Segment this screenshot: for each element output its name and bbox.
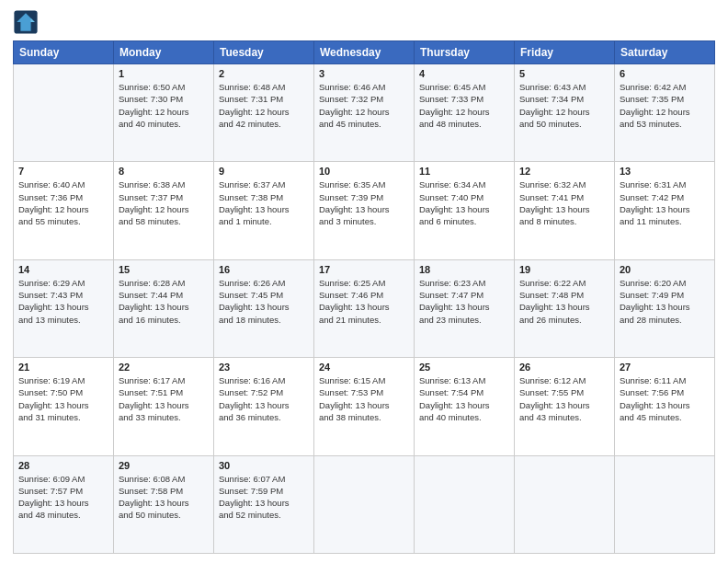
week-row-4: 21Sunrise: 6:19 AM Sunset: 7:50 PM Dayli…: [14, 358, 715, 455]
header-cell-wednesday: Wednesday: [314, 41, 415, 64]
header-cell-tuesday: Tuesday: [214, 41, 314, 64]
day-info: Sunrise: 6:45 AM Sunset: 7:33 PM Dayligh…: [419, 81, 509, 130]
week-row-3: 14Sunrise: 6:29 AM Sunset: 7:43 PM Dayli…: [14, 259, 715, 357]
day-info: Sunrise: 6:20 AM Sunset: 7:49 PM Dayligh…: [620, 277, 710, 326]
day-cell: 23Sunrise: 6:16 AM Sunset: 7:52 PM Dayli…: [214, 358, 314, 455]
day-cell: 7Sunrise: 6:40 AM Sunset: 7:36 PM Daylig…: [14, 162, 114, 259]
calendar-header: SundayMondayTuesdayWednesdayThursdayFrid…: [14, 41, 715, 64]
day-info: Sunrise: 6:17 AM Sunset: 7:51 PM Dayligh…: [119, 374, 209, 423]
day-info: Sunrise: 6:29 AM Sunset: 7:43 PM Dayligh…: [18, 277, 108, 326]
day-number: 30: [219, 460, 309, 471]
calendar-body: 1Sunrise: 6:50 AM Sunset: 7:30 PM Daylig…: [14, 64, 715, 554]
day-info: Sunrise: 6:07 AM Sunset: 7:59 PM Dayligh…: [219, 473, 309, 522]
day-cell: [314, 455, 415, 553]
day-info: Sunrise: 6:43 AM Sunset: 7:34 PM Dayligh…: [519, 81, 609, 130]
day-info: Sunrise: 6:22 AM Sunset: 7:48 PM Dayligh…: [519, 277, 609, 326]
header: [13, 9, 715, 35]
day-info: Sunrise: 6:13 AM Sunset: 7:54 PM Dayligh…: [419, 374, 509, 423]
day-cell: 21Sunrise: 6:19 AM Sunset: 7:50 PM Dayli…: [14, 358, 114, 455]
day-cell: 26Sunrise: 6:12 AM Sunset: 7:55 PM Dayli…: [515, 358, 615, 455]
day-cell: [415, 455, 515, 553]
day-cell: [515, 455, 615, 553]
day-info: Sunrise: 6:40 AM Sunset: 7:36 PM Dayligh…: [18, 178, 108, 227]
day-cell: 12Sunrise: 6:32 AM Sunset: 7:41 PM Dayli…: [515, 162, 615, 259]
day-cell: 10Sunrise: 6:35 AM Sunset: 7:39 PM Dayli…: [314, 162, 415, 259]
day-number: 24: [319, 362, 409, 373]
day-cell: 6Sunrise: 6:42 AM Sunset: 7:35 PM Daylig…: [615, 64, 715, 162]
week-row-2: 7Sunrise: 6:40 AM Sunset: 7:36 PM Daylig…: [14, 162, 715, 259]
day-cell: 27Sunrise: 6:11 AM Sunset: 7:56 PM Dayli…: [615, 358, 715, 455]
day-cell: 15Sunrise: 6:28 AM Sunset: 7:44 PM Dayli…: [114, 259, 214, 357]
day-number: 10: [319, 166, 409, 177]
day-cell: 28Sunrise: 6:09 AM Sunset: 7:57 PM Dayli…: [14, 455, 114, 553]
header-row: SundayMondayTuesdayWednesdayThursdayFrid…: [14, 41, 715, 64]
day-cell: 16Sunrise: 6:26 AM Sunset: 7:45 PM Dayli…: [214, 259, 314, 357]
day-number: 29: [119, 460, 209, 471]
day-number: 14: [18, 264, 108, 275]
day-number: 17: [319, 264, 409, 275]
day-cell: 5Sunrise: 6:43 AM Sunset: 7:34 PM Daylig…: [515, 64, 615, 162]
day-number: 22: [119, 362, 209, 373]
day-cell: 11Sunrise: 6:34 AM Sunset: 7:40 PM Dayli…: [415, 162, 515, 259]
day-cell: 14Sunrise: 6:29 AM Sunset: 7:43 PM Dayli…: [14, 259, 114, 357]
day-number: 18: [419, 264, 509, 275]
day-number: 25: [419, 362, 509, 373]
day-number: 8: [119, 166, 209, 177]
day-info: Sunrise: 6:38 AM Sunset: 7:37 PM Dayligh…: [119, 178, 209, 227]
day-number: 7: [18, 166, 108, 177]
day-number: 1: [119, 68, 209, 79]
day-number: 16: [219, 264, 309, 275]
week-row-5: 28Sunrise: 6:09 AM Sunset: 7:57 PM Dayli…: [14, 455, 715, 553]
logo-icon: [13, 9, 39, 35]
header-cell-sunday: Sunday: [14, 41, 114, 64]
day-number: 9: [219, 166, 309, 177]
day-number: 12: [519, 166, 609, 177]
day-cell: 22Sunrise: 6:17 AM Sunset: 7:51 PM Dayli…: [114, 358, 214, 455]
day-info: Sunrise: 6:48 AM Sunset: 7:31 PM Dayligh…: [219, 81, 309, 130]
day-number: 2: [219, 68, 309, 79]
day-cell: 1Sunrise: 6:50 AM Sunset: 7:30 PM Daylig…: [114, 64, 214, 162]
day-info: Sunrise: 6:11 AM Sunset: 7:56 PM Dayligh…: [620, 374, 710, 423]
day-number: 11: [419, 166, 509, 177]
day-number: 5: [519, 68, 609, 79]
day-info: Sunrise: 6:25 AM Sunset: 7:46 PM Dayligh…: [319, 277, 409, 326]
day-info: Sunrise: 6:31 AM Sunset: 7:42 PM Dayligh…: [620, 178, 710, 227]
day-info: Sunrise: 6:15 AM Sunset: 7:53 PM Dayligh…: [319, 374, 409, 423]
page: SundayMondayTuesdayWednesdayThursdayFrid…: [0, 0, 728, 563]
day-cell: 18Sunrise: 6:23 AM Sunset: 7:47 PM Dayli…: [415, 259, 515, 357]
logo: [13, 9, 40, 35]
day-info: Sunrise: 6:08 AM Sunset: 7:58 PM Dayligh…: [119, 473, 209, 522]
day-number: 15: [119, 264, 209, 275]
day-cell: [14, 64, 114, 162]
header-cell-thursday: Thursday: [415, 41, 515, 64]
day-info: Sunrise: 6:23 AM Sunset: 7:47 PM Dayligh…: [419, 277, 509, 326]
day-cell: [615, 455, 715, 553]
day-number: 23: [219, 362, 309, 373]
day-cell: 20Sunrise: 6:20 AM Sunset: 7:49 PM Dayli…: [615, 259, 715, 357]
day-cell: 24Sunrise: 6:15 AM Sunset: 7:53 PM Dayli…: [314, 358, 415, 455]
day-number: 21: [18, 362, 108, 373]
week-row-1: 1Sunrise: 6:50 AM Sunset: 7:30 PM Daylig…: [14, 64, 715, 162]
day-cell: 4Sunrise: 6:45 AM Sunset: 7:33 PM Daylig…: [415, 64, 515, 162]
day-cell: 30Sunrise: 6:07 AM Sunset: 7:59 PM Dayli…: [214, 455, 314, 553]
day-cell: 8Sunrise: 6:38 AM Sunset: 7:37 PM Daylig…: [114, 162, 214, 259]
day-info: Sunrise: 6:34 AM Sunset: 7:40 PM Dayligh…: [419, 178, 509, 227]
header-cell-friday: Friday: [515, 41, 615, 64]
day-cell: 13Sunrise: 6:31 AM Sunset: 7:42 PM Dayli…: [615, 162, 715, 259]
day-info: Sunrise: 6:09 AM Sunset: 7:57 PM Dayligh…: [18, 473, 108, 522]
day-info: Sunrise: 6:37 AM Sunset: 7:38 PM Dayligh…: [219, 178, 309, 227]
day-info: Sunrise: 6:19 AM Sunset: 7:50 PM Dayligh…: [18, 374, 108, 423]
day-info: Sunrise: 6:32 AM Sunset: 7:41 PM Dayligh…: [519, 178, 609, 227]
day-info: Sunrise: 6:46 AM Sunset: 7:32 PM Dayligh…: [319, 81, 409, 130]
day-info: Sunrise: 6:42 AM Sunset: 7:35 PM Dayligh…: [620, 81, 710, 130]
day-number: 28: [18, 460, 108, 471]
day-info: Sunrise: 6:16 AM Sunset: 7:52 PM Dayligh…: [219, 374, 309, 423]
header-cell-saturday: Saturday: [615, 41, 715, 64]
header-cell-monday: Monday: [114, 41, 214, 64]
day-info: Sunrise: 6:50 AM Sunset: 7:30 PM Dayligh…: [119, 81, 209, 130]
day-number: 27: [620, 362, 710, 373]
day-number: 20: [620, 264, 710, 275]
day-number: 26: [519, 362, 609, 373]
day-cell: 17Sunrise: 6:25 AM Sunset: 7:46 PM Dayli…: [314, 259, 415, 357]
day-number: 19: [519, 264, 609, 275]
